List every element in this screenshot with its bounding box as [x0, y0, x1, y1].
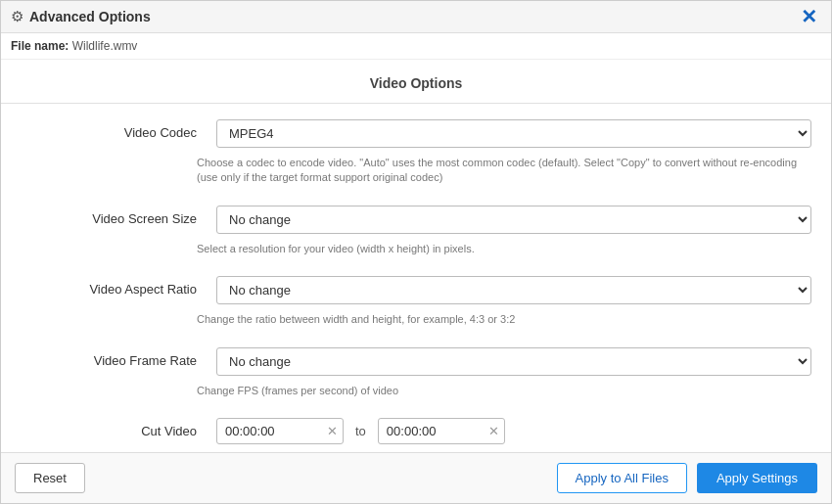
end-time-wrap: ✕ [378, 418, 505, 444]
start-time-input[interactable] [216, 418, 344, 444]
to-label: to [351, 424, 370, 438]
video-codec-hint: Choose a codec to encode video. "Auto" u… [1, 156, 831, 194]
start-time-clear-button[interactable]: ✕ [327, 424, 338, 438]
video-codec-row: Video Codec Auto MPEG4 H.264 H.265 VP8 V… [1, 108, 831, 152]
video-aspect-ratio-select[interactable]: No change 4:3 16:9 3:2 1:1 [216, 276, 811, 304]
video-codec-field: Auto MPEG4 H.264 H.265 VP8 VP9 Copy [216, 119, 811, 148]
content-area: Video Options Video Codec Auto MPEG4 H.2… [1, 60, 831, 452]
video-codec-select[interactable]: Auto MPEG4 H.264 H.265 VP8 VP9 Copy [216, 119, 811, 148]
end-time-clear-button[interactable]: ✕ [488, 424, 499, 438]
video-aspect-ratio-hint: Change the ratio between width and heigh… [1, 312, 831, 335]
apply-all-button[interactable]: Apply to All Files [557, 463, 687, 493]
section-title: Video Options [1, 60, 831, 104]
filename-value: Wildlife.wmv [72, 39, 138, 53]
start-time-wrap: ✕ [216, 418, 344, 444]
reset-button[interactable]: Reset [15, 463, 85, 493]
video-frame-rate-row: Video Frame Rate No change 24 25 30 60 [1, 336, 831, 380]
dialog-title: Advanced Options [29, 9, 151, 24]
footer: Reset Apply to All Files Apply Settings [1, 452, 831, 503]
advanced-options-dialog: ⚙ Advanced Options ✕ File name: Wildlife… [0, 0, 832, 504]
video-aspect-ratio-label: Video Aspect Ratio [21, 276, 216, 297]
video-frame-rate-field: No change 24 25 30 60 [216, 347, 811, 376]
video-aspect-ratio-row: Video Aspect Ratio No change 4:3 16:9 3:… [1, 264, 831, 308]
filename-bar: File name: Wildlife.wmv [1, 33, 831, 60]
filename-label: File name: [11, 39, 69, 53]
video-screen-size-label: Video Screen Size [21, 206, 216, 226]
video-screen-size-field: No change 320x240 640x480 1280x720 1920x… [216, 206, 811, 234]
gear-icon: ⚙ [11, 8, 23, 25]
video-codec-label: Video Codec [21, 119, 216, 140]
title-bar: ⚙ Advanced Options ✕ [1, 1, 831, 33]
video-aspect-ratio-field: No change 4:3 16:9 3:2 1:1 [216, 276, 811, 304]
close-button[interactable]: ✕ [797, 7, 821, 26]
cut-video-field: ✕ to ✕ [216, 418, 811, 444]
video-frame-rate-select[interactable]: No change 24 25 30 60 [216, 347, 811, 376]
video-frame-rate-hint: Change FPS (frames per second) of video [1, 384, 831, 406]
video-screen-size-select[interactable]: No change 320x240 640x480 1280x720 1920x… [216, 206, 811, 234]
cut-video-row: Cut Video ✕ to ✕ [1, 406, 831, 448]
apply-settings-button[interactable]: Apply Settings [697, 463, 817, 493]
title-bar-left: ⚙ Advanced Options [11, 8, 151, 25]
video-screen-size-hint: Select a resolution for your video (widt… [1, 242, 831, 264]
video-screen-size-row: Video Screen Size No change 320x240 640x… [1, 194, 831, 238]
cut-video-inputs: ✕ to ✕ [216, 418, 811, 444]
footer-right: Apply to All Files Apply Settings [557, 463, 817, 493]
end-time-input[interactable] [378, 418, 505, 444]
cut-video-label: Cut Video [21, 418, 216, 438]
video-frame-rate-label: Video Frame Rate [21, 347, 216, 368]
